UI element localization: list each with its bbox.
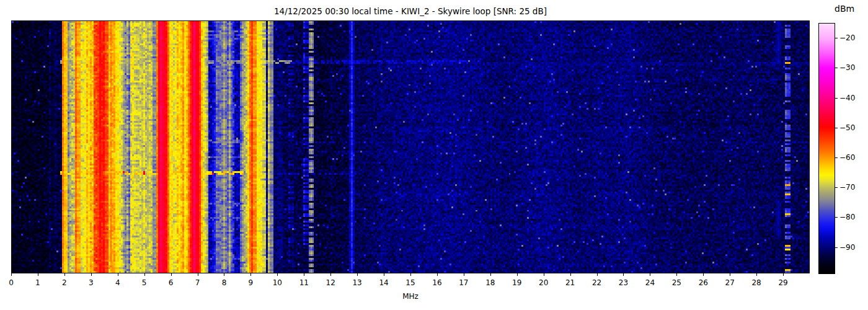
x-tick-label: 4 [107,278,128,287]
x-tick [783,273,784,276]
x-tick [544,273,544,276]
colorbar-tick-label: −50 [839,123,855,132]
x-tick [570,273,571,276]
x-tick-label: 7 [187,278,208,287]
colorbar-tick-label: −40 [839,94,855,102]
x-tick-label: 0 [1,278,22,287]
colorbar-tick-label: −70 [839,183,855,192]
x-tick [597,273,598,276]
x-tick [437,273,438,276]
x-tick-label: 5 [134,278,155,287]
x-tick-label: 16 [427,278,448,287]
x-tick-label: 1 [27,278,48,287]
colorbar-unit-label: dBm [835,4,854,14]
x-tick [330,273,331,276]
x-tick [676,273,677,276]
spectrogram-canvas [12,21,809,273]
x-tick [517,273,518,276]
colorbar-tick [835,217,838,218]
colorbar-tick-label: −80 [839,213,855,221]
x-tick [171,273,172,276]
colorbar-tick-label: −90 [839,243,855,252]
x-tick-label: 26 [693,278,714,287]
x-axis-label: MHz [402,292,418,301]
colorbar-tick [835,247,838,248]
x-tick-label: 19 [507,278,528,287]
x-tick [11,273,12,276]
x-tick-label: 9 [240,278,261,287]
x-tick [650,273,650,276]
x-tick [144,273,145,276]
colorbar-tick [835,187,838,188]
x-tick [64,273,65,276]
x-tick-label: 20 [533,278,554,287]
x-tick [490,273,491,276]
x-tick [623,273,624,276]
x-tick [118,273,118,276]
x-tick-label: 23 [613,278,634,287]
x-tick-label: 2 [54,278,75,287]
colorbar-tick-label: −20 [839,33,855,42]
x-tick-label: 22 [587,278,608,287]
x-tick [410,273,411,276]
x-tick [384,273,384,276]
x-tick-label: 10 [267,278,288,287]
colorbar-tick [835,157,838,158]
x-tick-label: 28 [746,278,767,287]
x-tick-label: 21 [560,278,581,287]
x-tick-label: 18 [480,278,501,287]
x-tick-label: 25 [666,278,687,287]
chart-title: 14/12/2025 00:30 local time - KIWI_2 - S… [274,6,547,16]
x-tick [91,273,92,276]
colorbar-tick [835,128,838,128]
x-tick-label: 13 [347,278,368,287]
colorbar-tick [835,98,838,99]
x-tick [304,273,304,276]
x-tick-label: 3 [81,278,102,287]
x-tick [277,273,278,276]
x-tick [703,273,704,276]
colorbar-tick-label: −60 [839,153,855,162]
x-tick-label: 29 [773,278,794,287]
colorbar-tick-label: −30 [839,63,855,72]
x-tick-label: 24 [639,278,660,287]
x-tick [756,273,757,276]
x-tick-label: 17 [453,278,474,287]
x-tick [730,273,730,276]
x-tick [38,273,38,276]
colorbar-tick [835,38,838,38]
x-tick [224,273,224,276]
x-tick-label: 8 [213,278,234,287]
x-tick-label: 15 [400,278,421,287]
x-tick-label: 14 [373,278,394,287]
x-tick-label: 6 [161,278,182,287]
x-tick [464,273,464,276]
x-tick-label: 27 [719,278,740,287]
colorbar [818,23,835,274]
x-tick-label: 11 [293,278,314,287]
x-tick-label: 12 [320,278,341,287]
plot-area [11,20,810,273]
x-tick [357,273,358,276]
x-tick [250,273,251,276]
colorbar-tick [835,68,838,68]
spectrogram-figure: 14/12/2025 00:30 local time - KIWI_2 - S… [0,0,868,310]
x-tick [198,273,198,276]
